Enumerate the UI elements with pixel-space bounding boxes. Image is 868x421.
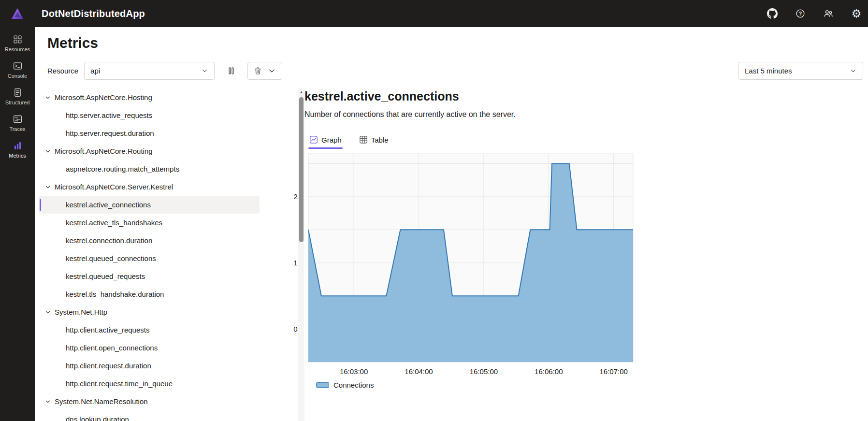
tree-item[interactable]: kestrel.queued_connections — [39, 249, 260, 267]
metric-detail-pane: kestrel.active_connections Number of con… — [304, 88, 868, 421]
help-icon[interactable]: ? — [795, 8, 806, 19]
tree-item-label: http.server.active_requests — [66, 111, 152, 119]
tree-item[interactable]: http.client.active_requests — [39, 321, 260, 339]
resource-select-value: api — [90, 67, 100, 75]
tree-item-label: kestrel.tls_handshake.duration — [66, 290, 164, 298]
chevron-down-icon — [267, 66, 276, 75]
pause-button[interactable] — [221, 62, 241, 80]
app-title: DotNetDistributedApp — [42, 8, 145, 19]
sidebar-item-label: Metrics — [9, 153, 26, 159]
table-icon — [359, 135, 368, 144]
time-range-select[interactable]: Last 5 minutes — [738, 62, 863, 80]
metric-tree-pane: Microsoft.AspNetCore.Hosting http.server… — [35, 88, 304, 421]
traces-icon — [13, 114, 23, 124]
tree-item-label: kestrel.queued_requests — [66, 272, 145, 280]
svg-text:?: ? — [799, 11, 802, 16]
tree-group[interactable]: Microsoft.AspNetCore.Routing — [39, 142, 260, 160]
chart-legend: Connections — [316, 381, 868, 389]
view-tabs: Graph Table — [304, 132, 868, 149]
tree-item-label: aspnetcore.routing.match_attempts — [66, 165, 179, 173]
tree-item[interactable]: http.server.active_requests — [39, 106, 260, 124]
tree-group[interactable]: Microsoft.AspNetCore.Server.Kestrel — [39, 178, 260, 196]
metric-description: Number of connections that are currently… — [304, 110, 868, 119]
metrics-icon — [13, 141, 23, 151]
scrollbar-thumb[interactable] — [299, 97, 304, 242]
tree-item-label: kestrel.active_connections — [66, 201, 151, 209]
sidebar-item-label: Structured — [5, 100, 30, 105]
aspire-dashboard: DotNetDistributedApp ? ⚙ — [0, 0, 868, 421]
remove-metrics-button[interactable] — [247, 62, 282, 80]
tree-scrollbar[interactable]: ▲ — [298, 88, 304, 421]
tree-item-selected[interactable]: kestrel.active_connections — [39, 196, 260, 214]
sidebar-item-console[interactable]: Console — [0, 57, 35, 83]
tree-item-label: http.client.open_connections — [66, 344, 158, 352]
tree-item[interactable]: http.server.request.duration — [39, 124, 260, 142]
chevron-down-icon[interactable] — [44, 309, 51, 316]
tree-item-label: dns.lookup.duration — [66, 415, 129, 421]
tree-group-label: System.Net.Http — [55, 308, 107, 316]
legend-label: Connections — [333, 381, 374, 389]
svg-text:16:06:00: 16:06:00 — [535, 367, 563, 376]
chevron-down-icon[interactable] — [44, 398, 51, 405]
resources-icon — [13, 34, 23, 44]
aspire-logo-icon — [11, 7, 24, 20]
tab-label: Graph — [321, 136, 342, 144]
svg-text:16:05:00: 16:05:00 — [470, 367, 498, 376]
trash-icon — [253, 66, 262, 75]
aspire-logo — [0, 7, 35, 20]
github-icon[interactable] — [767, 8, 778, 19]
tab-table[interactable]: Table — [354, 132, 393, 149]
app-header: DotNetDistributedApp ? ⚙ — [0, 0, 868, 27]
tree-item-label: http.server.request.duration — [66, 129, 154, 137]
sidebar-item-label: Resources — [5, 46, 30, 52]
tree-group[interactable]: System.Net.NameResolution — [39, 392, 260, 410]
tree-item[interactable]: http.client.open_connections — [39, 339, 260, 357]
chevron-down-icon[interactable] — [44, 184, 51, 190]
sidebar-item-resources[interactable]: Resources — [0, 30, 35, 57]
tree-item[interactable]: http.client.request.time_in_queue — [39, 375, 260, 392]
chevron-down-icon[interactable] — [44, 148, 51, 155]
tree-item-label: kestrel.connection.duration — [66, 236, 152, 245]
tree-item[interactable]: kestrel.connection.duration — [39, 232, 260, 249]
tree-item-label: kestrel.queued_connections — [66, 254, 156, 262]
tree-group-label: Microsoft.AspNetCore.Server.Kestrel — [55, 183, 173, 191]
tree-item[interactable]: kestrel.queued_requests — [39, 267, 260, 285]
svg-text:16:07:00: 16:07:00 — [600, 367, 628, 376]
sidebar-item-metrics[interactable]: Metrics — [0, 136, 35, 163]
tree-group-label: Microsoft.AspNetCore.Routing — [55, 147, 153, 155]
tree-group[interactable]: System.Net.Http — [39, 303, 260, 321]
metric-title: kestrel.active_connections — [304, 89, 868, 103]
tree-group-label: Microsoft.AspNetCore.Hosting — [55, 93, 152, 102]
tree-item[interactable]: aspnetcore.routing.match_attempts — [39, 160, 260, 178]
svg-text:16:03:00: 16:03:00 — [340, 367, 368, 376]
resource-select[interactable]: api — [84, 62, 215, 80]
chevron-down-icon[interactable] — [44, 94, 51, 101]
tab-graph[interactable]: Graph — [304, 132, 347, 149]
tree-item-label: http.client.request.time_in_queue — [66, 379, 173, 388]
tree-item[interactable]: http.client.request.duration — [39, 357, 260, 375]
metrics-chart: 00.511.522.5316:03:0016:04:0016:05:0016:… — [286, 152, 637, 379]
structured-logs-icon — [13, 87, 23, 98]
tree-item[interactable]: dns.lookup.duration — [39, 410, 260, 421]
scrollbar-up-arrow[interactable]: ▲ — [298, 88, 304, 94]
settings-gear-icon[interactable]: ⚙ — [851, 8, 862, 19]
legend-swatch — [316, 382, 329, 388]
sidebar-item-label: Console — [8, 73, 27, 79]
sidebar-item-label: Traces — [9, 126, 25, 132]
sidebar-item-structured[interactable]: Structured — [0, 83, 35, 110]
selection-indicator — [40, 199, 41, 211]
tree-item-label: http.client.request.duration — [66, 362, 151, 370]
tree-item-label: http.client.active_requests — [66, 326, 149, 334]
svg-text:16:04:00: 16:04:00 — [405, 367, 433, 376]
chevron-down-icon — [201, 67, 208, 74]
tree-group[interactable]: Microsoft.AspNetCore.Hosting — [39, 88, 260, 106]
tree-item-label: kestrel.active_tls_handshakes — [66, 218, 162, 227]
header-actions: ? ⚙ — [767, 8, 868, 19]
tree-item[interactable]: kestrel.active_tls_handshakes — [39, 214, 260, 232]
metrics-content: Microsoft.AspNetCore.Hosting http.server… — [35, 88, 868, 421]
left-nav: Resources Console Structured Traces — [0, 27, 35, 421]
people-icon[interactable] — [823, 8, 834, 19]
tree-item[interactable]: kestrel.tls_handshake.duration — [39, 285, 260, 303]
main-content: Metrics Resource api — [35, 27, 868, 421]
sidebar-item-traces[interactable]: Traces — [0, 110, 35, 136]
